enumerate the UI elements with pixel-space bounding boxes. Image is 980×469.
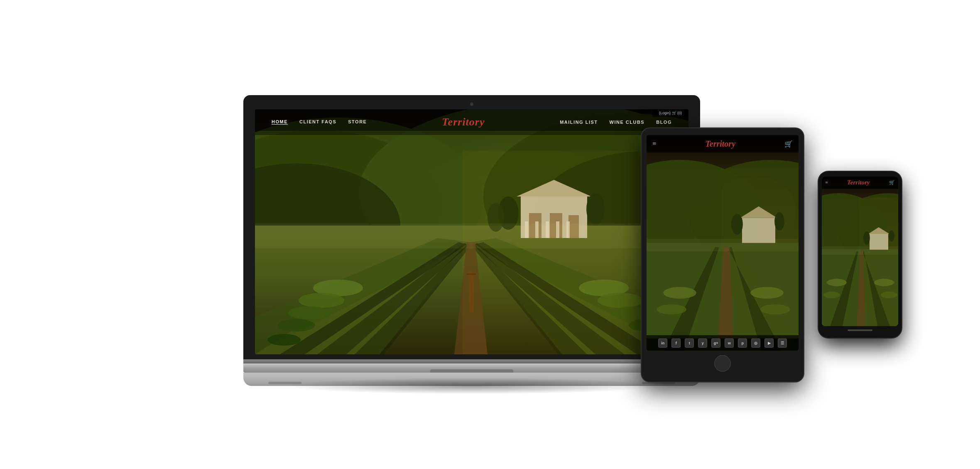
tablet-cart-icon[interactable]: 🛒	[784, 140, 793, 147]
laptop-device: (Login) 🛒 (0) HOME CLIENT FAQS STORE Ter…	[243, 95, 700, 386]
social-facebook[interactable]: f	[671, 338, 681, 347]
nav-mailing-list[interactable]: MAILING LIST	[560, 120, 598, 125]
social-google-plus[interactable]: g+	[711, 338, 720, 347]
nav-store[interactable]: STORE	[348, 119, 367, 125]
nav-client-faqs[interactable]: CLIENT FAQS	[299, 119, 336, 125]
laptop-notch	[430, 369, 513, 373]
social-yelp[interactable]: y	[698, 338, 707, 347]
svg-point-63	[657, 304, 686, 314]
laptop-hinge	[243, 359, 700, 363]
nav-links-right: MAILING LIST WINE CLUBS BLOG	[560, 120, 672, 125]
nav-blog[interactable]: BLOG	[656, 120, 672, 125]
laptop-shadow	[285, 378, 659, 394]
laptop-logo[interactable]: Territory	[442, 116, 485, 128]
nav-links-left: HOME CLIENT FAQS STORE	[272, 119, 367, 125]
svg-point-35	[278, 319, 315, 331]
phone-device: ≡ Territory 🛒	[818, 172, 902, 338]
phone-navbar: ≡ Territory 🛒	[822, 177, 898, 189]
phone-screen: ≡ Territory 🛒	[822, 177, 898, 326]
svg-rect-46	[255, 223, 688, 248]
tablet-menu-icon[interactable]: ≡	[652, 140, 656, 147]
svg-rect-67	[721, 168, 799, 351]
tablet-navbar: ≡ Territory 🛒	[647, 135, 799, 152]
svg-point-85	[823, 292, 840, 298]
tablet-device: ≡ Territory 🛒 in f t y g+ w p ◎ ▶ ☰	[642, 128, 804, 381]
laptop-top-bar: (Login) 🛒 (0)	[652, 109, 688, 117]
tablet-social-bar: in f t y g+ w p ◎ ▶ ☰	[647, 335, 799, 351]
social-instagram[interactable]: ◎	[751, 338, 760, 347]
tablet-screen: ≡ Territory 🛒 in f t y g+ w p ◎ ▶ ☰	[647, 135, 799, 351]
social-linkedin[interactable]: in	[658, 338, 667, 347]
svg-rect-89	[859, 197, 898, 326]
laptop-camera	[470, 103, 473, 106]
svg-point-62	[663, 287, 696, 298]
svg-point-84	[827, 279, 847, 286]
laptop-navbar: (Login) 🛒 (0) HOME CLIENT FAQS STORE Ter…	[255, 109, 688, 135]
phone-logo: Territory	[847, 179, 870, 186]
social-youtube[interactable]: ▶	[764, 338, 774, 347]
laptop-base	[243, 363, 700, 373]
phone-home-indicator	[848, 329, 872, 331]
social-pinterest[interactable]: p	[738, 338, 747, 347]
tablet-home-button[interactable]	[714, 355, 731, 371]
login-link[interactable]: (Login) 🛒 (0)	[659, 111, 682, 115]
social-twitter[interactable]: t	[685, 338, 694, 347]
phone-cart-icon[interactable]: 🛒	[889, 180, 895, 185]
svg-point-33	[299, 293, 344, 308]
scene: (Login) 🛒 (0) HOME CLIENT FAQS STORE Ter…	[0, 0, 980, 469]
svg-point-34	[288, 306, 330, 319]
social-rss[interactable]: ☰	[778, 338, 787, 347]
nav-home[interactable]: HOME	[272, 119, 288, 125]
tablet-logo: Territory	[705, 139, 735, 148]
nav-wine-clubs[interactable]: WINE CLUBS	[610, 120, 645, 125]
phone-menu-icon[interactable]: ≡	[825, 180, 828, 185]
svg-point-36	[267, 334, 301, 346]
laptop-screen: (Login) 🛒 (0) HOME CLIENT FAQS STORE Ter…	[255, 109, 688, 354]
social-wordpress[interactable]: w	[725, 338, 734, 347]
